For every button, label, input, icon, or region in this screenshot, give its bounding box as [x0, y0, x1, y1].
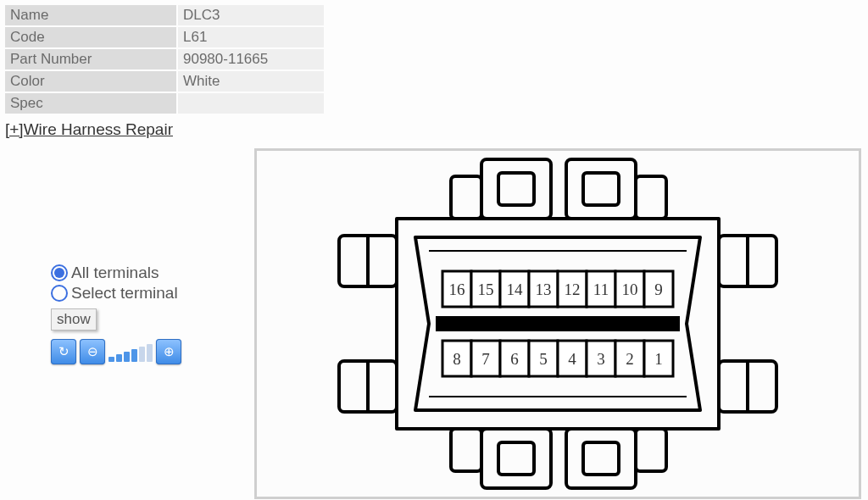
- select-terminal-label: Select terminal: [71, 283, 178, 303]
- zoom-toolbar: ↻ ⊖ ⊕: [51, 339, 181, 364]
- svg-rect-13: [636, 176, 666, 219]
- pin-label-14: 14: [507, 281, 524, 298]
- info-key-0: Name: [5, 5, 176, 25]
- pin-label-10: 10: [622, 281, 638, 298]
- info-key-3: Color: [5, 71, 176, 92]
- all-terminals-label: All terminals: [71, 263, 159, 283]
- svg-rect-19: [636, 429, 666, 471]
- svg-rect-8: [481, 159, 551, 219]
- select-terminal-radio[interactable]: [51, 285, 68, 302]
- pin-label-16: 16: [449, 281, 465, 298]
- zoom-level-indicator: [108, 342, 153, 362]
- terminal-selection-controls: All terminals Select terminal show: [51, 263, 178, 331]
- svg-rect-18: [451, 429, 481, 471]
- pin-label-2: 2: [626, 350, 634, 368]
- svg-rect-16: [498, 442, 534, 475]
- pin-label-5: 5: [539, 350, 548, 368]
- zoom-out-button[interactable]: ⊖: [80, 339, 105, 364]
- info-key-4: Spec: [5, 93, 176, 114]
- info-val-4: [178, 93, 324, 114]
- pin-label-9: 9: [654, 281, 663, 298]
- pin-label-11: 11: [593, 281, 609, 298]
- pin-label-4: 4: [568, 350, 576, 368]
- pin-label-8: 8: [453, 350, 461, 368]
- info-key-1: Code: [5, 27, 176, 47]
- info-val-3: White: [178, 71, 324, 92]
- pin-label-3: 3: [597, 350, 605, 368]
- info-val-1: L61: [178, 27, 324, 47]
- svg-rect-10: [498, 173, 534, 205]
- connector-diagram-panel[interactable]: 161514131211109 87654321: [254, 148, 861, 499]
- svg-rect-14: [481, 429, 551, 488]
- svg-rect-11: [583, 173, 619, 205]
- pin-label-7: 7: [481, 350, 490, 368]
- pin-label-12: 12: [565, 281, 581, 298]
- info-val-0: DLC3: [178, 5, 324, 25]
- reset-view-button[interactable]: ↻: [51, 339, 76, 364]
- svg-rect-12: [451, 176, 481, 219]
- svg-rect-17: [583, 442, 619, 475]
- info-val-2: 90980-11665: [178, 49, 324, 69]
- info-key-2: Part Number: [5, 49, 176, 69]
- pin-label-13: 13: [536, 281, 552, 298]
- pin-label-1: 1: [654, 350, 663, 368]
- svg-rect-9: [566, 159, 636, 219]
- pin-label-15: 15: [478, 281, 494, 298]
- show-button[interactable]: show: [51, 308, 97, 331]
- zoom-in-button[interactable]: ⊕: [156, 339, 181, 364]
- pin-label-6: 6: [510, 350, 519, 368]
- all-terminals-radio[interactable]: [51, 264, 68, 281]
- svg-rect-15: [566, 429, 636, 488]
- connector-diagram-svg: 161514131211109 87654321: [287, 151, 829, 497]
- connector-info-table: NameDLC3CodeL61Part Number90980-11665Col…: [3, 3, 326, 115]
- wire-harness-repair-link[interactable]: [+]Wire Harness Repair: [5, 120, 173, 139]
